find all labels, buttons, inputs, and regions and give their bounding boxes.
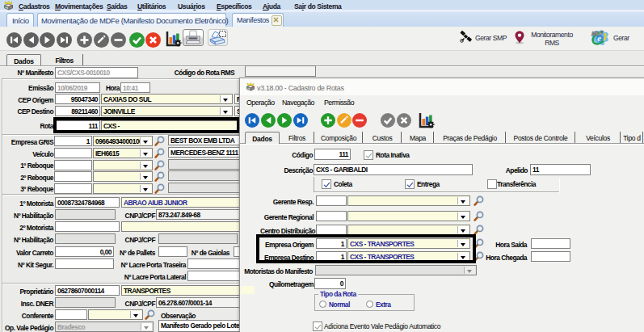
svg-text:MDF: MDF (591, 31, 604, 36)
